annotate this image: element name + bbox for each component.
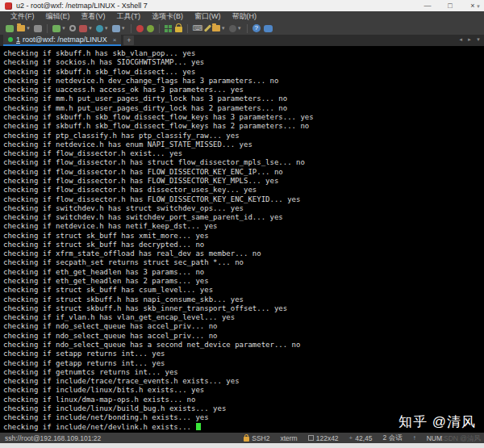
status-screen-size: 122x42 — [308, 434, 339, 442]
lock-screen-icon-button[interactable] — [175, 24, 182, 32]
terminal-line: checking if getapp returns int... yes — [3, 359, 484, 368]
status-indicators: SSH2xterm122x42+42,452 会话↑NUM — [244, 433, 442, 443]
tab-session-1[interactable]: 1 root@wxf: /netmap/LINUX × — [3, 35, 121, 46]
terminal-line: checking if ndo_select_queue has accel_p… — [3, 322, 484, 331]
terminal-line: checking if netdevice.h dev_change_flags… — [3, 77, 484, 86]
all-sessions-icon-button[interactable] — [165, 25, 172, 32]
terminal-line: checking if ndo_select_queue has a secon… — [3, 341, 484, 350]
chevron-down-icon[interactable]: ▼ — [61, 26, 66, 31]
terminal-cursor — [196, 423, 201, 430]
keyboard-icon-button[interactable]: ⌨ — [193, 24, 203, 32]
toolbar-separator — [131, 24, 131, 33]
terminal-line: checking if struct sk_buff has decrypted… — [3, 241, 484, 249]
maximize-button[interactable]: □ — [439, 0, 461, 11]
terminal-line: checking if setapp returns int... yes — [3, 350, 484, 358]
feedback-chat-icon-button[interactable] — [264, 25, 273, 32]
tab-close-icon[interactable]: × — [113, 36, 117, 44]
terminal-line: checking if include/linux/bits.h exists.… — [3, 386, 484, 395]
terminal-line: checking if skbuff.h skb_flow_dissect_fl… — [3, 113, 484, 122]
tab-scroll-right-icon[interactable]: ► — [467, 37, 472, 42]
color-scheme-icon-button[interactable]: ▼ — [96, 25, 109, 32]
terminal-line: checking if struct sk_buff has xmit_more… — [3, 232, 484, 241]
terminal-line: checking if struct skbuff.h has skb_inne… — [3, 304, 484, 313]
terminal-line: checking if mm.h put_user_pages_dirty_lo… — [3, 94, 484, 103]
crosshair-icon: + — [349, 434, 353, 442]
new-tab-button[interactable]: + — [123, 36, 134, 45]
chevron-down-icon[interactable]: ▼ — [221, 26, 226, 31]
connected-status-icon — [8, 37, 13, 42]
chevron-down-icon[interactable]: ▼ — [88, 26, 93, 31]
status-protocol: SSH2 — [244, 434, 269, 442]
properties-icon-button[interactable]: ▼ — [229, 25, 242, 32]
terminal-line: checking if getnumtcs returns int... yes — [3, 368, 484, 377]
menu-item[interactable]: 选项卡(B) — [146, 11, 189, 22]
tab-scroll-left-icon[interactable]: ◄ — [458, 37, 463, 42]
connection-url: ssh://root@192.168.109.101:22 — [5, 434, 244, 442]
new-terminal-icon — [52, 25, 60, 32]
terminal-line: checking if skbuff.h skb_flow_dissect_fl… — [3, 122, 484, 131]
grid-icon — [308, 435, 314, 441]
tab-label: root@wxf: /netmap/LINUX — [23, 36, 107, 44]
chevron-down-icon[interactable]: ▼ — [237, 26, 242, 31]
menu-item[interactable]: 查看(V) — [76, 11, 111, 22]
terminal-line: checking if if_vlan.h has vlan_get_encap… — [3, 313, 484, 322]
terminal-line: checking if switchdev.h has struct switc… — [3, 204, 484, 213]
properties-icon — [229, 25, 236, 32]
terminal-line: checking if flow_dissector.h exist... ye… — [3, 149, 484, 158]
file-transfer-icon-button[interactable]: ▼ — [212, 25, 226, 31]
connect-icon-button[interactable] — [147, 25, 154, 32]
terminal-line: checking if switchdev.h has switchdev_po… — [3, 213, 484, 222]
xshell-window: u2 - root@wxf: /netmap/LINUX - Xshell 7 … — [0, 0, 484, 448]
status-label: 122x42 — [316, 434, 339, 442]
terminal[interactable]: checking if skbuff.h has skb_vlan_pop...… — [0, 46, 484, 433]
session-manager-icon-button[interactable]: ▼ — [79, 25, 93, 32]
menu-bar: 文件(F)编辑(E)查看(V)工具(T)选项卡(B)窗口(W)帮助(H) — [0, 11, 484, 22]
terminal-line: checking if eth_get_headlen has 2 params… — [3, 277, 484, 286]
help-icon-button[interactable]: ? — [252, 24, 261, 32]
search-icon — [69, 25, 76, 31]
chevron-down-icon[interactable]: ▼ — [104, 26, 109, 31]
open-session-folder-icon-button[interactable]: ▼ — [17, 25, 31, 31]
terminal-line: checking if flow_dissector.h has FLOW_DI… — [3, 195, 484, 204]
title-bar: u2 - root@wxf: /netmap/LINUX - Xshell 7 … — [0, 0, 484, 11]
toolbar-separator — [159, 24, 160, 33]
menu-item[interactable]: 工具(T) — [111, 11, 147, 22]
terminal-line: checking if flow_dissector.h has dissect… — [3, 186, 484, 195]
disconnect-icon-button[interactable] — [136, 25, 144, 32]
menu-item[interactable]: 窗口(W) — [189, 11, 227, 22]
compose-pen-icon-button[interactable] — [207, 24, 209, 32]
search-icon-button[interactable] — [69, 25, 76, 31]
reconnect-icon-button[interactable] — [34, 25, 42, 32]
terminal-line: checking if struct sk_buff has csum_leve… — [3, 286, 484, 295]
terminal-line: checking if netdevice.h has enum NAPI_ST… — [3, 140, 484, 149]
terminal-line: checking if mm.h put_user_pages_dirty_lo… — [3, 104, 484, 113]
terminal-line: checking if linux/dma-map-ops.h exists..… — [3, 396, 484, 404]
minimize-button[interactable]: — — [416, 0, 439, 11]
font-settings-icon-button[interactable]: ▼ — [112, 25, 126, 32]
session-manager-icon — [79, 25, 87, 32]
window-bottom-edge — [0, 443, 484, 448]
status-caps-indicator: ↑ — [413, 434, 416, 442]
new-session-icon-button[interactable] — [6, 25, 14, 32]
menu-item[interactable]: 文件(F) — [5, 11, 40, 22]
status-label: SSH2 — [252, 434, 269, 442]
toolbar-separator — [187, 24, 188, 33]
new-terminal-icon-button[interactable]: ▼ — [52, 25, 66, 32]
menu-item[interactable]: 编辑(E) — [40, 11, 76, 22]
terminal-line: checking if xfrm_state_offload has real_… — [3, 249, 484, 258]
open-session-folder-icon — [17, 25, 25, 31]
toolbar-overflow-icon[interactable]: ▼ — [476, 4, 481, 9]
terminal-line: checking if eth_get_headlen has 3 params… — [3, 268, 484, 277]
status-bar: ssh://root@192.168.109.101:22 SSH2xterm1… — [0, 433, 484, 443]
terminal-line: checking if secpath_set returns struct s… — [3, 258, 484, 267]
chevron-down-icon[interactable]: ▼ — [121, 26, 126, 31]
toolbar-separator — [47, 24, 48, 33]
chevron-down-icon[interactable]: ▼ — [26, 26, 31, 31]
compose-pen-icon — [204, 24, 211, 31]
terminal-line: checking if flow_dissector.h has FLOW_DI… — [3, 177, 484, 186]
menu-item[interactable]: 帮助(H) — [227, 11, 263, 22]
status-cursor-position: +42,45 — [349, 434, 373, 442]
tab-list-dropdown-icon[interactable]: ▼ — [476, 37, 481, 42]
connect-icon — [147, 25, 154, 32]
terminal-line: checking if flow_dissector.h has struct … — [3, 158, 484, 167]
